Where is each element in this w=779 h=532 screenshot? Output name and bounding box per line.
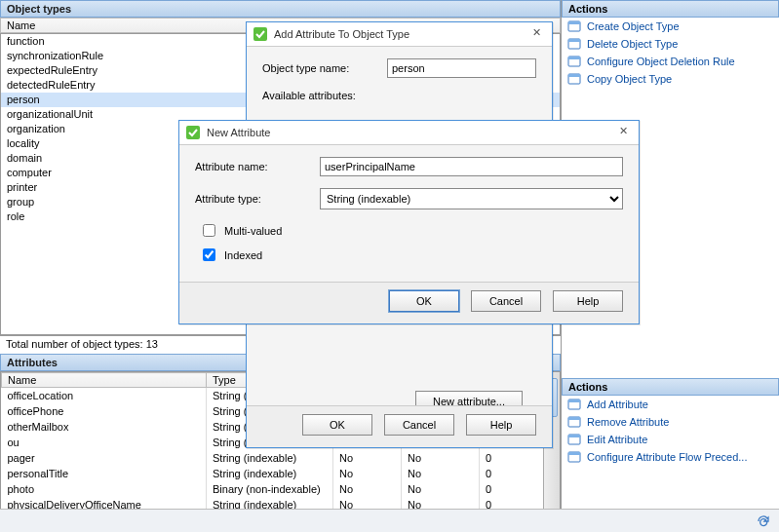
action-icon [567,19,581,33]
attribute-type-select[interactable]: String (indexable) [320,188,623,209]
action-link[interactable]: Remove Attribute [562,413,779,431]
action-label: Remove Attribute [587,416,669,428]
new-attr-help-button[interactable]: Help [553,290,623,312]
svg-rect-3 [568,39,580,42]
action-link[interactable]: Edit Attribute [562,431,779,448]
close-icon[interactable]: ✕ [613,125,633,140]
attr-col-name[interactable]: Name [2,373,207,388]
svg-rect-11 [568,417,580,420]
action-icon [567,72,581,86]
action-label: Create Object Type [587,20,680,32]
available-attributes-label: Available attributes: [262,90,379,101]
svg-rect-5 [568,57,580,59]
object-type-name-label: Object type name: [262,62,379,74]
action-link[interactable]: Create Object Type [562,18,779,35]
action-label: Configure Object Deletion Rule [587,56,735,67]
table-row[interactable]: pagerString (indexable)NoNo0 [2,450,560,466]
action-link[interactable]: Configure Object Deletion Rule [562,53,779,70]
svg-rect-13 [568,435,580,437]
new-attr-cancel-button[interactable]: Cancel [471,290,541,312]
svg-rect-16 [253,27,267,41]
action-link[interactable]: Add Attribute [562,396,779,413]
action-label: Add Attribute [587,399,648,410]
new-attribute-dialog: New Attribute ✕ Attribute name: Attribut… [178,120,640,324]
multi-valued-checkbox[interactable] [203,224,215,237]
action-label: Copy Object Type [587,73,672,85]
actions-bottom-title: Actions [562,378,779,396]
action-icon [567,433,581,446]
table-row[interactable]: personalTitleString (indexable)NoNo0 [2,466,560,481]
status-bar [0,509,779,532]
app-icon [185,125,201,140]
indexed-checkbox[interactable] [203,248,215,261]
svg-rect-7 [568,74,580,77]
svg-rect-1 [568,21,580,24]
add-attr-help-button[interactable]: Help [466,414,536,436]
action-icon [567,55,581,68]
action-icon [567,37,581,51]
add-attribute-dialog-title: Add Attribute To Object Type [274,28,521,40]
action-label: Delete Object Type [587,38,678,50]
svg-rect-15 [568,452,580,455]
action-link[interactable]: Configure Attribute Flow Preced... [562,448,779,466]
object-type-name-field[interactable] [387,58,536,78]
new-attr-ok-button[interactable]: OK [389,290,459,312]
indexed-label: Indexed [224,249,262,261]
svg-rect-17 [186,126,200,139]
refresh-icon[interactable] [756,513,771,529]
object-types-panel-title: Object types [0,0,561,18]
action-label: Configure Attribute Flow Preced... [587,451,747,463]
add-attr-cancel-button[interactable]: Cancel [384,414,454,436]
action-link[interactable]: Copy Object Type [562,70,779,88]
action-icon [567,398,581,411]
action-link[interactable]: Delete Object Type [562,35,779,53]
close-icon[interactable]: ✕ [526,26,546,42]
svg-rect-9 [568,399,580,402]
new-attribute-dialog-title: New Attribute [207,127,607,138]
add-attr-ok-button[interactable]: OK [302,414,372,436]
action-label: Edit Attribute [587,434,647,445]
action-icon [567,415,581,429]
app-icon [253,26,268,42]
attribute-type-label: Attribute type: [195,193,312,205]
attribute-name-label: Attribute name: [195,161,312,172]
attribute-name-field[interactable] [320,157,623,176]
action-icon [567,450,581,464]
table-row[interactable]: photoBinary (non-indexable)NoNo0 [2,481,560,497]
actions-top-title: Actions [562,0,779,18]
multi-valued-label: Multi-valued [224,225,282,237]
